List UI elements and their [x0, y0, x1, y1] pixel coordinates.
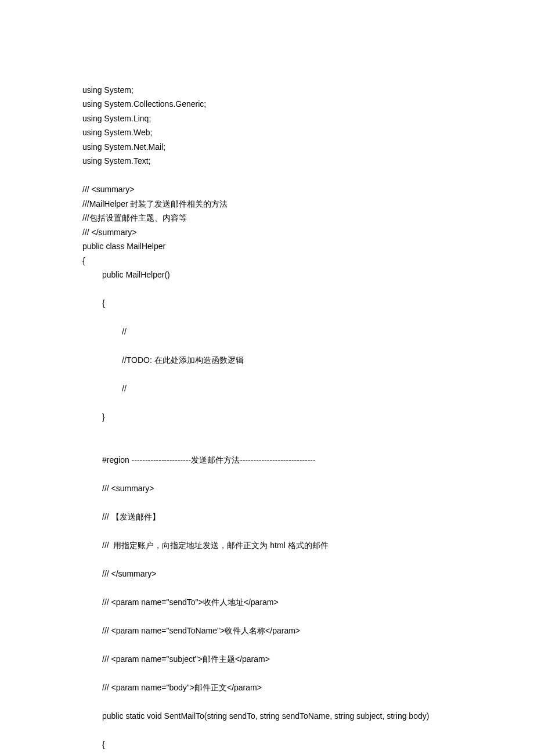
code-line: /// <summary>: [82, 185, 134, 194]
code-line: {: [82, 737, 459, 752]
code-line: }: [82, 410, 459, 424]
code-line: /// <param name="sendToName">收件人名称</para…: [82, 624, 459, 638]
code-line: ///MailHelper 封装了发送邮件相关的方法: [82, 199, 228, 208]
code-line: /// 用指定账户，向指定地址发送，邮件正文为 html 格式的邮件: [82, 538, 459, 553]
code-line: {: [82, 256, 85, 265]
code-line: public static void SentMailTo(string sen…: [82, 709, 459, 723]
code-line: /// <param name="body">邮件正文</param>: [82, 681, 459, 695]
code-line: /// </summary>: [82, 567, 459, 581]
code-line: /// <param name="subject">邮件主题</param>: [82, 652, 459, 667]
code-line: /// <summary>: [82, 481, 459, 496]
code-line: {: [82, 296, 459, 311]
code-line: public class MailHelper: [82, 242, 165, 251]
code-line: /// 【发送邮件】: [82, 510, 459, 524]
code-line: using System.Net.Mail;: [82, 142, 165, 152]
code-line: using System.Web;: [82, 128, 152, 137]
code-line: /// </summary>: [82, 228, 136, 237]
code-line: using System.Linq;: [82, 114, 151, 123]
code-line: using System;: [82, 85, 134, 95]
code-line: //: [82, 325, 459, 339]
code-line: //: [82, 381, 459, 396]
code-line: ///包括设置邮件主题、内容等: [82, 213, 187, 222]
code-line: //TODO: 在此处添加构造函数逻辑: [82, 353, 459, 368]
code-line: public MailHelper(): [82, 268, 459, 282]
code-block: using System; using System.Collections.G…: [82, 69, 459, 756]
code-line: using System.Collections.Generic;: [82, 99, 206, 109]
code-line: using System.Text;: [82, 156, 151, 165]
code-line: /// <param name="sendTo">收件人地址</param>: [82, 595, 459, 610]
document-page: using System; using System.Collections.G…: [0, 0, 534, 756]
code-line: #region ----------------------发送邮件方法----…: [82, 453, 459, 467]
